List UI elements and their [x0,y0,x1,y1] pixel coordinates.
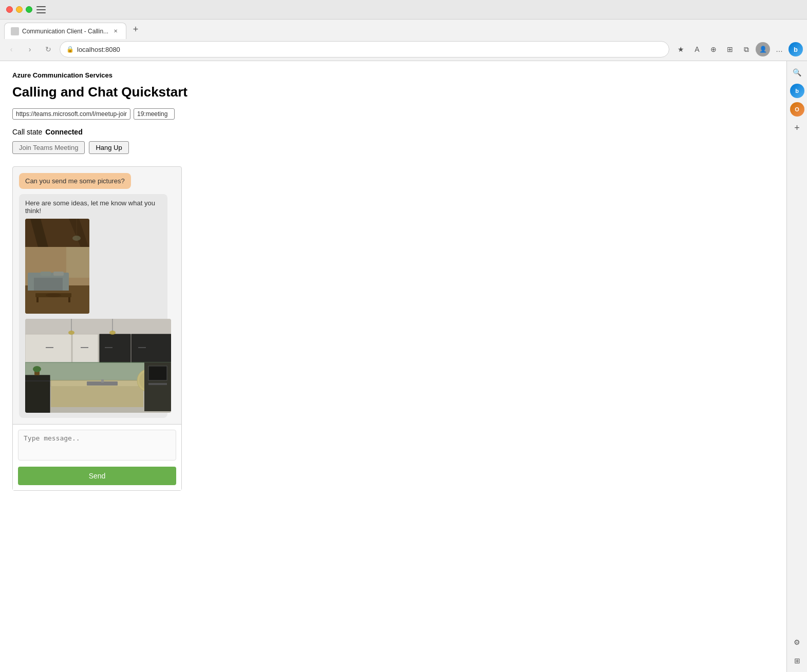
page-content: Azure Communication Services Calling and… [0,61,786,672]
join-teams-meeting-button[interactable]: Join Teams Meeting [12,141,85,154]
add-sidebar-button[interactable]: + [790,121,804,135]
profile-button[interactable]: 👤 [756,42,770,56]
room-image-1 [25,219,89,314]
more-button[interactable]: … [772,42,786,56]
meeting-inputs [12,108,774,120]
browser-action-buttons: ★ A ⊕ ⊞ ⧉ 👤 … b [673,42,803,56]
url-text: localhost:8080 [77,46,663,53]
sent-message-text: Can you send me some pictures? [25,177,125,185]
bing-copilot-icon: b [795,88,799,94]
tab-bar: Communication Client - Callin... ✕ + [0,20,807,39]
outlook-icon: O [795,106,799,112]
message-input[interactable] [18,430,176,460]
reload-icon: ↻ [45,45,51,53]
meeting-id-input[interactable] [134,108,175,120]
profile-icon: 👤 [759,46,767,53]
favorites-button[interactable]: ★ [673,42,688,56]
lock-icon: 🔒 [66,46,74,53]
window-controls-left [36,6,46,13]
sent-message-bubble: Can you send me some pictures? [19,173,131,189]
immersive-reader-button[interactable]: ⊕ [706,42,721,56]
browser-chrome: Communication Client - Callin... ✕ + ‹ ›… [0,20,807,61]
message-images [25,219,161,413]
call-state-row: Call state Connected [12,128,774,136]
chat-container: Can you send me some pictures? Here are … [12,166,182,491]
collections-button[interactable]: ⧉ [739,42,754,56]
chat-messages: Can you send me some pictures? Here are … [13,167,181,424]
call-buttons: Join Teams Meeting Hang Up [12,141,774,154]
page-title: Calling and Chat Quickstart [12,84,774,100]
call-state-value: Connected [45,128,82,136]
address-bar[interactable]: 🔒 localhost:8080 [60,41,669,57]
new-tab-button[interactable]: + [128,22,143,36]
back-icon: ‹ [10,45,13,53]
add-to-browser-button[interactable]: ⊞ [723,42,737,56]
svg-rect-18 [25,219,89,314]
maximize-button[interactable] [26,6,32,13]
search-icon: 🔍 [793,68,801,76]
svg-rect-48 [25,319,171,413]
chat-input-area: Send [13,424,181,490]
tab-close-button[interactable]: ✕ [111,27,120,35]
sidebar-search-button[interactable]: 🔍 [790,65,804,80]
bing-copilot-button[interactable]: b [790,84,804,98]
bing-sidebar-button[interactable]: b [789,42,803,56]
bing-icon: b [794,46,798,53]
app-brand: Azure Communication Services [12,71,774,79]
forward-icon: › [29,45,31,53]
browser-body: Azure Communication Services Calling and… [0,61,807,672]
received-message-text: Here are some ideas, let me know what yo… [25,199,161,215]
tab-title: Communication Client - Callin... [22,28,108,35]
meeting-url-input[interactable] [12,108,130,120]
title-bar [0,0,807,20]
screen-button[interactable]: ⊞ [790,654,804,668]
call-state-label: Call state [12,128,42,136]
room-image-2 [25,319,171,413]
sidebar-toggle[interactable] [36,6,46,13]
reader-mode-button[interactable]: A [690,42,704,56]
screen-icon: ⊞ [794,657,800,665]
close-button[interactable] [6,6,13,13]
right-sidebar: 🔍 b O + ⚙ ⊞ [786,61,807,672]
hang-up-button[interactable]: Hang Up [89,141,128,154]
tab-favicon [11,27,19,35]
address-bar-row: ‹ › ↻ 🔒 localhost:8080 ★ A ⊕ ⊞ ⧉ 👤 … b [0,39,807,61]
minimize-button[interactable] [16,6,23,13]
reload-button[interactable]: ↻ [41,42,55,56]
active-tab[interactable]: Communication Client - Callin... ✕ [4,23,126,39]
settings-icon: ⚙ [794,638,800,646]
forward-button[interactable]: › [23,42,37,56]
traffic-lights [6,6,32,13]
outlook-button[interactable]: O [790,102,804,117]
sidebar-settings-button[interactable]: ⚙ [790,635,804,649]
plus-icon: + [794,123,800,133]
send-button[interactable]: Send [18,467,176,485]
back-button[interactable]: ‹ [4,42,18,56]
received-message-bubble: Here are some ideas, let me know what yo… [19,194,167,418]
